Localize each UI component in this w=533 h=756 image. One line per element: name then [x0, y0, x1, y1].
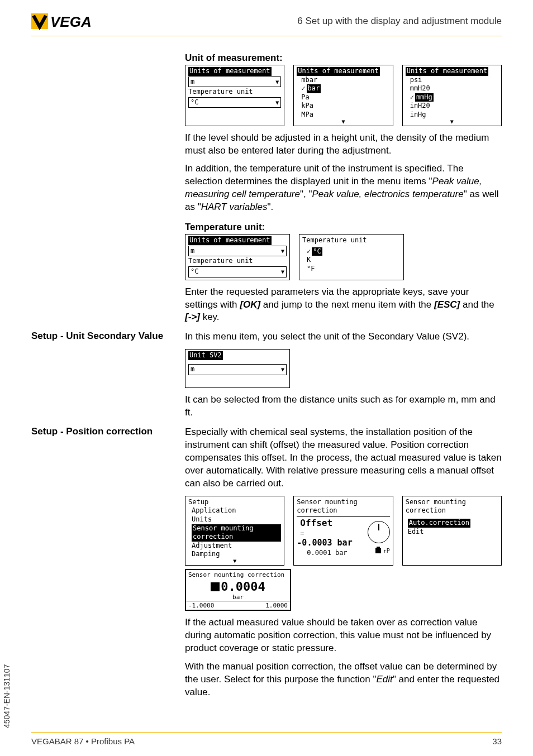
screen-sv2: Unit SV2 m ▼	[185, 349, 290, 388]
tank-icon	[374, 547, 382, 554]
offset-range: -1.0000 1.0000	[186, 601, 290, 610]
para-auto-correction: If the actual measured value should be t…	[185, 616, 502, 655]
para-temp-unit: In addition, the temperature unit of the…	[185, 162, 502, 214]
option-selected[interactable]: Sensor mounting correction	[192, 524, 281, 542]
range-lo: -1.0000	[188, 602, 214, 609]
svg-text:VEGA: VEGA	[50, 13, 92, 30]
dial-icon	[368, 521, 390, 543]
para-sv2-intro: In this menu item, you select the unit o…	[185, 331, 502, 343]
screen-temp-main: Units of measurement m ▼ Temperature uni…	[185, 234, 290, 280]
footer: VEGABAR 87 • Profibus PA 33	[31, 736, 502, 746]
side-heading-position-correction: Setup - Position correction	[31, 426, 177, 437]
temp-field[interactable]: °C ▼	[188, 97, 281, 108]
option-selected[interactable]: bar	[301, 84, 389, 93]
footer-page: 33	[492, 736, 502, 746]
screen-title: Sensor mounting correction	[406, 498, 498, 515]
vega-logo-icon: VEGA	[31, 10, 98, 32]
option-selected[interactable]: mmHg	[410, 93, 498, 102]
option[interactable]: Application	[192, 506, 281, 515]
screen-offset-display: Sensor mounting correction Offset = -0.0…	[293, 496, 393, 566]
option[interactable]: Units	[192, 515, 281, 524]
screen-units-options-1: Units of measurement mbar bar Pa kPa MPa…	[293, 65, 393, 126]
side-heading-secondary-value: Setup - Unit Secondary Value	[31, 331, 177, 342]
option[interactable]: Adjustment	[192, 542, 281, 551]
tp-label: ↑P	[383, 547, 390, 554]
option[interactable]: K	[307, 256, 401, 265]
option[interactable]: MPa	[301, 111, 389, 119]
option-selected[interactable]: Auto.correction	[408, 519, 498, 528]
header-rule	[31, 36, 502, 36]
para-position-intro: Especially with chemical seal systems, t…	[185, 426, 502, 490]
sv2-field[interactable]: m ▼	[188, 364, 287, 375]
option[interactable]: mbar	[301, 76, 389, 85]
temp-label: Temperature unit	[188, 257, 287, 266]
temperature-unit-heading: Temperature unit:	[185, 222, 502, 233]
offset-eq: =	[297, 529, 352, 538]
offset-big-value: 0.0004	[186, 580, 290, 594]
footer-left: VEGABAR 87 • Profibus PA	[31, 736, 135, 746]
screen-units-options-2: Units of measurement psi mmH20 mmHg inH2…	[402, 65, 502, 126]
screen-temp-options: Temperature unit °C K °F	[299, 234, 404, 280]
option[interactable]: mmH20	[410, 84, 498, 93]
screen-title: Units of measurement	[188, 236, 272, 245]
unit-measurement-screens: Units of measurement m ▼ Temperature uni…	[185, 65, 502, 126]
dropdown-icon: ▼	[275, 78, 279, 85]
temp-label: Temperature unit	[188, 88, 281, 97]
option-selected[interactable]: °C	[307, 247, 401, 256]
screen-title: Unit SV2	[188, 351, 223, 360]
position-screens-row1: Setup Application Units Sensor mounting …	[185, 496, 502, 566]
range-hi: 1.0000	[265, 602, 288, 609]
scroll-down-icon: ▼	[188, 559, 281, 563]
minus-block-icon	[211, 582, 220, 591]
offset-value: -0.0003 bar	[297, 538, 352, 549]
scroll-down-icon: ▼	[297, 119, 389, 124]
screen-title: Temperature unit	[302, 236, 401, 245]
option[interactable]: °F	[307, 265, 401, 274]
para-level-adjust: If the level should be adjusted in a hei…	[185, 132, 502, 157]
offset-sub: 0.0001 bar	[297, 549, 352, 558]
screen-title: Units of measurement	[406, 67, 489, 76]
section-title: 6 Set up with the display and adjustment…	[297, 16, 502, 27]
option[interactable]: Pa	[301, 93, 389, 102]
unit-measurement-heading: Unit of measurement:	[185, 52, 502, 64]
offset-label: Offset	[297, 518, 352, 529]
temp-field-value: °C	[191, 98, 198, 107]
units-field[interactable]: m ▼	[188, 246, 287, 257]
offset-unit: bar	[186, 594, 290, 601]
svg-rect-3	[377, 547, 380, 548]
dropdown-icon: ▼	[281, 247, 284, 255]
screen-correction-options: Sensor mounting correction Auto.correcti…	[402, 496, 502, 566]
dropdown-icon: ▼	[281, 366, 284, 373]
option[interactable]: Damping	[192, 550, 281, 559]
option[interactable]: kPa	[301, 102, 389, 111]
para-sv2-units: It can be selected from the distance uni…	[185, 394, 502, 419]
para-manual-correction: With the manual position correction, the…	[185, 661, 502, 699]
temperature-unit-screens: Units of measurement m ▼ Temperature uni…	[185, 234, 502, 280]
temp-field-value: °C	[191, 267, 198, 276]
option[interactable]: inH20	[410, 102, 498, 111]
option[interactable]: psi	[410, 76, 498, 85]
screen-units-main: Units of measurement m ▼ Temperature uni…	[185, 65, 284, 126]
logo: VEGA	[31, 10, 98, 32]
dropdown-icon: ▼	[281, 268, 284, 275]
temp-field[interactable]: °C ▼	[188, 266, 287, 277]
option[interactable]: Edit	[408, 528, 498, 537]
header: VEGA 6 Set up with the display and adjus…	[0, 0, 533, 32]
screen-title: Sensor mounting correction	[186, 570, 290, 580]
para-enter-params: Enter the requested parameters via the a…	[185, 286, 502, 324]
sv2-field-value: m	[191, 365, 194, 374]
position-screens-row2: Sensor mounting correction 0.0004 bar -1…	[185, 569, 502, 611]
doc-id-vertical: 45047-EN-131107	[2, 664, 11, 728]
dropdown-icon: ▼	[275, 99, 279, 106]
scroll-down-icon: ▼	[406, 119, 498, 124]
screen-offset-edit: Sensor mounting correction 0.0004 bar -1…	[185, 569, 291, 611]
units-field-value: m	[191, 78, 194, 87]
option[interactable]: inHg	[410, 111, 498, 119]
footer-rule	[31, 732, 502, 733]
screen-title: Units of measurement	[297, 67, 380, 76]
svg-rect-2	[375, 548, 381, 553]
screen-setup-menu: Setup Application Units Sensor mounting …	[185, 496, 284, 566]
screen-title: Setup	[188, 498, 281, 507]
units-field[interactable]: m ▼	[188, 76, 281, 88]
screen-title: Units of measurement	[188, 67, 272, 76]
